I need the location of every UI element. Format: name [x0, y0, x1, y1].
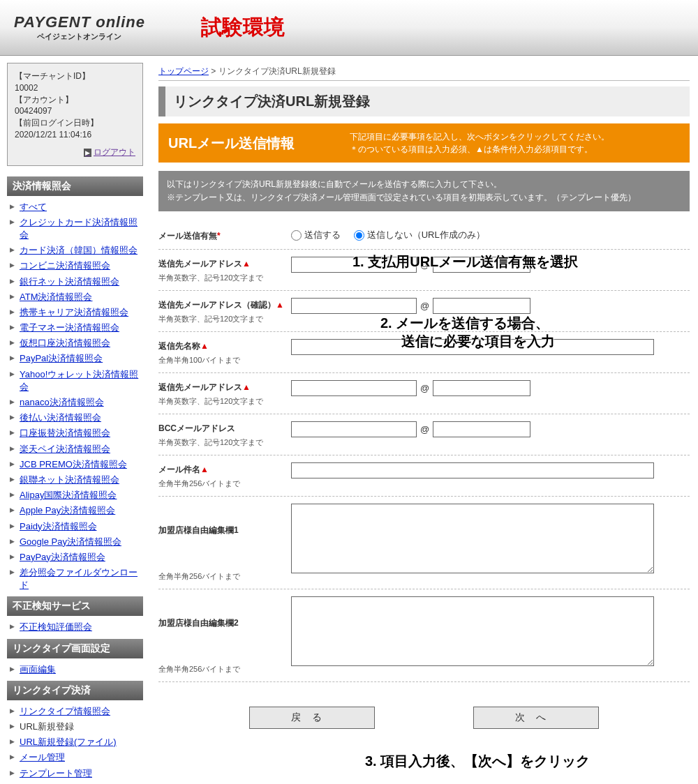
- sidebar-link[interactable]: 口座振替決済情報照会: [20, 428, 110, 438]
- sidebar-link[interactable]: カード決済（韓国）情報照会: [20, 245, 138, 255]
- sidebar-item: 差分照会ファイルダウンロード: [7, 565, 143, 593]
- sidebar-link[interactable]: 銀聯ネット決済情報照会: [20, 474, 119, 485]
- sidebar-item: 仮想口座決済情報照会: [7, 336, 143, 351]
- merchant-id-label: 【マーチャントID】: [15, 70, 135, 82]
- sidebar-item: 楽天ペイ決済情報照会: [7, 442, 143, 457]
- sidebar-item: 不正検知評価照会: [7, 619, 143, 635]
- sidebar-link[interactable]: Paidy決済情報照会: [20, 521, 97, 532]
- sidebar-link[interactable]: PayPay決済情報照会: [20, 552, 105, 562]
- sidebar-item: 後払い決済情報照会: [7, 410, 143, 425]
- memo2-textarea[interactable]: [291, 596, 654, 666]
- sidebar-link[interactable]: 画面編集: [20, 664, 56, 674]
- sidebar-item: URL新規登録(ファイル): [7, 734, 143, 750]
- sidebar-link[interactable]: すべて: [20, 202, 47, 212]
- sidebar-header-linkpay: リンクタイプ決済: [7, 681, 143, 700]
- logout-link[interactable]: ログアウト: [15, 146, 135, 158]
- sidebar-item: リンクタイプ情報照会: [7, 704, 143, 719]
- page-title: リンクタイプ決済URL新規登録: [158, 86, 690, 116]
- sidebar-item: 電子マネー決済情報照会: [7, 320, 143, 336]
- sidebar-item: nanaco決済情報照会: [7, 395, 143, 410]
- sidebar-link[interactable]: 不正検知評価照会: [20, 621, 92, 632]
- sidebar-item: Alipay国際決済情報照会: [7, 488, 143, 503]
- radio-nosend[interactable]: 送信しない（URL作成のみ）: [354, 229, 485, 240]
- sidebar-link[interactable]: 楽天ペイ決済情報照会: [20, 444, 110, 454]
- sidebar-link[interactable]: URL新規登録(ファイル): [20, 737, 117, 747]
- reply-email-domain[interactable]: [433, 380, 530, 396]
- reply-email-local[interactable]: [291, 380, 417, 396]
- sidebar-list-payment: すべてクレジットカード決済情報照会カード決済（韓国）情報照会コンビニ決済情報照会…: [7, 196, 143, 597]
- grey-note: 以下はリンクタイプ決済URL新規登録後に自動でメールを送信する際に入力して下さい…: [158, 171, 690, 211]
- bcc-email-local[interactable]: [291, 421, 417, 437]
- sidebar-list-linkscreen: 画面編集: [7, 658, 143, 681]
- dest-email-confirm-domain[interactable]: [433, 298, 530, 314]
- reply-name-input[interactable]: [291, 339, 654, 355]
- breadcrumb-current: リンクタイプ決済URL新規登録: [218, 66, 336, 76]
- dest-email-domain[interactable]: [433, 257, 530, 273]
- sidebar-item: Yahoo!ウォレット決済情報照会: [7, 367, 143, 395]
- sidebar-link[interactable]: Google Pay決済情報照会: [20, 536, 121, 547]
- merchant-id: 10002: [15, 82, 135, 94]
- sidebar-link[interactable]: メール管理: [20, 752, 65, 762]
- sidebar-link[interactable]: PayPal決済情報照会: [20, 353, 103, 363]
- logo: PAYGENT online ペイジェントオンライン: [14, 13, 145, 42]
- radio-send[interactable]: 送信する: [291, 229, 341, 240]
- row-memo1: 加盟店様自由編集欄1 全角半角256バイトまで: [158, 497, 690, 589]
- sidebar-link[interactable]: クレジットカード決済情報照会: [20, 217, 138, 240]
- section-bar: URLメール送信情報 下記項目に必要事項を記入し、次へボタンをクリックしてくださ…: [158, 123, 690, 163]
- sidebar-header-linkscreen: リンクタイプ画面設定: [7, 639, 143, 658]
- sidebar-header-fraud: 不正検知サービス: [7, 596, 143, 616]
- sidebar: 【マーチャントID】 10002 【アカウント】 00424097 【前回ログイ…: [0, 56, 150, 784]
- sidebar-link[interactable]: 銀行ネット決済情報照会: [20, 276, 119, 287]
- sidebar-list-linkpay: リンクタイプ情報照会URL新規登録URL新規登録(ファイル)メール管理テンプレー…: [7, 700, 143, 784]
- subject-input[interactable]: [291, 462, 654, 478]
- sidebar-link[interactable]: リンクタイプ情報照会: [20, 706, 110, 716]
- account-id: 00424097: [15, 105, 135, 117]
- last-login: 2020/12/21 11:04:16: [15, 129, 135, 141]
- sidebar-link[interactable]: nanaco決済情報照会: [20, 397, 104, 407]
- back-button[interactable]: 戻る: [249, 707, 375, 729]
- sidebar-item: 画面編集: [7, 662, 143, 677]
- sidebar-link[interactable]: JCB PREMO決済情報照会: [20, 459, 127, 469]
- sidebar-link[interactable]: コンビニ決済情報照会: [20, 260, 110, 271]
- sidebar-link[interactable]: 差分照会ファイルダウンロード: [20, 567, 138, 590]
- sidebar-link[interactable]: Alipay国際決済情報照会: [20, 490, 117, 500]
- last-login-label: 【前回ログイン日時】: [15, 117, 135, 129]
- sidebar-link[interactable]: 電子マネー決済情報照会: [20, 322, 119, 333]
- section-title: URLメール送信情報: [168, 134, 350, 153]
- sidebar-link[interactable]: 仮想口座決済情報照会: [20, 338, 110, 348]
- sidebar-link[interactable]: 後払い決済情報照会: [20, 412, 101, 423]
- sidebar-link[interactable]: ATM決済情報照会: [20, 292, 92, 302]
- dest-email-confirm-local[interactable]: [291, 298, 417, 314]
- sidebar-item: ATM決済情報照会: [7, 289, 143, 305]
- sidebar-link[interactable]: Yahoo!ウォレット決済情報照会: [20, 369, 138, 392]
- button-row: 戻る 次へ: [158, 693, 690, 743]
- sidebar-item: 口座振替決済情報照会: [7, 425, 143, 441]
- sidebar-item: 銀行ネット決済情報照会: [7, 274, 143, 289]
- sidebar-item: PayPal決済情報照会: [7, 351, 143, 366]
- row-subject: メール件名▲ 全角半角256バイトまで: [158, 455, 690, 497]
- sidebar-link[interactable]: 携帯キャリア決済情報照会: [20, 307, 128, 317]
- row-reply-name: 返信先名称▲ 全角半角100バイトまで: [158, 332, 690, 373]
- row-dest-email-confirm: 送信先メールアドレス（確認）▲ 半角英数字、記号120文字まで @: [158, 291, 690, 332]
- logo-sub: ペイジェントオンライン: [14, 31, 145, 42]
- account-box: 【マーチャントID】 10002 【アカウント】 00424097 【前回ログイ…: [7, 63, 143, 166]
- row-mail-send: メール送信有無* 送信する 送信しない（URL作成のみ）: [158, 222, 690, 250]
- sidebar-link[interactable]: Apple Pay決済情報照会: [20, 505, 115, 515]
- sidebar-item: URL新規登録: [7, 719, 143, 734]
- dest-email-local[interactable]: [291, 257, 417, 273]
- form: メール送信有無* 送信する 送信しない（URL作成のみ） 送信先メールアドレス▲…: [158, 211, 690, 693]
- bcc-email-domain[interactable]: [433, 421, 530, 437]
- sidebar-item: クレジットカード決済情報照会: [7, 215, 143, 243]
- annotation-3: 3. 項目入力後、【次へ】をクリック: [365, 752, 590, 771]
- sidebar-item: コンビニ決済情報照会: [7, 258, 143, 273]
- sidebar-link[interactable]: テンプレート管理: [20, 768, 92, 778]
- row-memo2: 加盟店様自由編集欄2 全角半角256バイトまで: [158, 589, 690, 682]
- sidebar-item: メール管理: [7, 750, 143, 765]
- memo1-textarea[interactable]: [291, 504, 654, 573]
- row-dest-email: 送信先メールアドレス▲ 半角英数字、記号120文字まで @: [158, 250, 690, 291]
- sidebar-item: すべて: [7, 199, 143, 215]
- breadcrumb-home[interactable]: トップページ: [158, 66, 209, 76]
- next-button[interactable]: 次へ: [473, 707, 599, 729]
- breadcrumb: トップページ > リンクタイプ決済URL新規登録: [158, 63, 690, 81]
- sidebar-item: Google Pay決済情報照会: [7, 534, 143, 550]
